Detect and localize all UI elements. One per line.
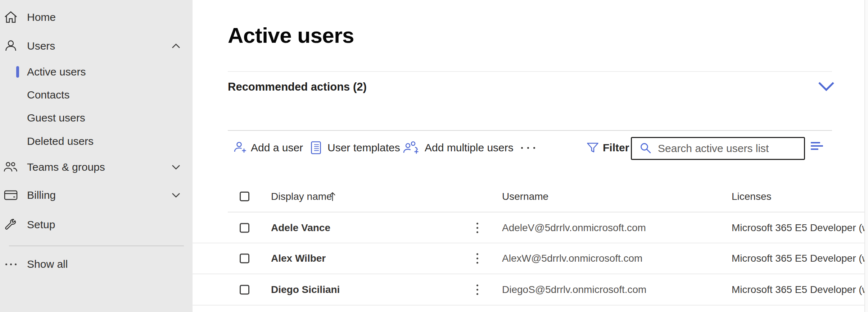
display-name[interactable]: Alex Wilber xyxy=(271,253,326,264)
people-team-icon xyxy=(4,160,18,174)
table-row[interactable]: Alex Wilber AlexW@5drrlv.onmicrosoft.com… xyxy=(193,243,868,274)
person-icon xyxy=(4,39,18,53)
add-multiple-users-button[interactable]: Add multiple users xyxy=(403,139,511,157)
licenses: Microsoft 365 E5 Developer (withou xyxy=(732,253,868,264)
column-header-licenses[interactable]: Licenses xyxy=(732,191,772,202)
home-icon xyxy=(4,10,18,24)
add-user-button[interactable]: Add a user xyxy=(234,139,313,157)
filter-funnel-icon xyxy=(587,142,599,153)
toolbar-overflow-button[interactable] xyxy=(521,139,535,157)
chevron-down-icon xyxy=(172,193,180,198)
sidebar-item-show-all[interactable]: Show all xyxy=(0,256,193,273)
licenses: Microsoft 365 E5 Developer (withou xyxy=(732,284,868,295)
column-header-username[interactable]: Username xyxy=(502,191,548,202)
main-content: Active users Recommended actions (2) Add… xyxy=(193,0,868,312)
template-list-icon xyxy=(310,141,322,155)
display-name[interactable]: Diego Siciliani xyxy=(271,284,340,295)
search-box xyxy=(631,137,805,160)
sidebar-item-deleted-users[interactable]: Deleted users xyxy=(0,133,193,150)
licenses: Microsoft 365 E5 Developer (withou xyxy=(732,222,868,234)
sidebar-item-label: Active users xyxy=(27,66,86,78)
chevron-down-icon xyxy=(172,165,180,170)
table-header-row: Display name Username Licenses xyxy=(193,182,868,212)
sidebar-item-label: Guest users xyxy=(27,112,85,124)
add-user-icon xyxy=(234,141,247,155)
add-user-label: Add a user xyxy=(251,142,303,154)
username: DiegoS@5drrlv.onmicrosoft.com xyxy=(502,284,646,295)
filter-lines-icon[interactable] xyxy=(811,142,824,151)
sidebar-divider xyxy=(9,246,184,246)
sidebar-item-label: Deleted users xyxy=(27,135,94,147)
page-title: Active users xyxy=(228,23,354,48)
username: AlexW@5drrlv.onmicrosoft.com xyxy=(502,253,642,264)
search-icon xyxy=(639,142,652,155)
recommended-actions-expand-chevron-icon[interactable] xyxy=(818,82,835,91)
filter-button[interactable]: Filter xyxy=(587,139,633,157)
chevron-up-icon xyxy=(172,43,180,49)
wrench-icon xyxy=(4,217,18,232)
sidebar-item-contacts[interactable]: Contacts xyxy=(0,86,193,104)
sidebar-item-setup[interactable]: Setup xyxy=(0,216,193,233)
more-actions-icon[interactable] xyxy=(476,222,478,233)
sidebar-item-users[interactable]: Users xyxy=(0,37,193,55)
divider xyxy=(228,130,832,131)
select-all-checkbox[interactable] xyxy=(240,192,249,201)
sidebar-item-guest-users[interactable]: Guest users xyxy=(0,109,193,127)
sidebar: Home Users Active users Contacts xyxy=(0,0,193,312)
sidebar-item-label: Home xyxy=(27,11,56,23)
user-templates-label: User templates xyxy=(327,142,400,154)
column-header-display-name[interactable]: Display name xyxy=(271,191,332,202)
ellipsis-icon xyxy=(4,257,18,271)
more-actions-icon[interactable] xyxy=(476,253,478,264)
row-checkbox[interactable] xyxy=(240,254,249,263)
search-input[interactable] xyxy=(657,142,800,155)
sort-ascending-icon xyxy=(329,191,336,202)
scrollbar-gutter[interactable] xyxy=(864,0,868,312)
sidebar-item-active-users[interactable]: Active users xyxy=(0,63,193,81)
recommended-actions-heading: Recommended actions (2) xyxy=(228,81,367,93)
sidebar-item-label: Billing xyxy=(27,189,56,201)
sidebar-item-billing[interactable]: Billing xyxy=(0,187,193,204)
sidebar-item-label: Teams & groups xyxy=(27,161,105,173)
sidebar-item-teams-groups[interactable]: Teams & groups xyxy=(0,159,193,176)
row-checkbox[interactable] xyxy=(240,285,249,294)
table-row[interactable]: Adele Vance AdeleV@5drrlv.onmicrosoft.co… xyxy=(193,213,868,243)
credit-card-icon xyxy=(4,188,18,202)
add-multiple-users-icon xyxy=(403,141,420,155)
sidebar-item-label: Contacts xyxy=(27,89,69,101)
table-row[interactable]: Diego Siciliani DiegoS@5drrlv.onmicrosof… xyxy=(193,274,868,306)
username: AdeleV@5drrlv.onmicrosoft.com xyxy=(502,222,646,234)
filter-label: Filter xyxy=(603,142,629,154)
sidebar-item-label: Show all xyxy=(27,258,68,270)
sidebar-item-home[interactable]: Home xyxy=(0,9,193,26)
sidebar-item-label: Setup xyxy=(27,219,55,231)
divider xyxy=(228,71,832,72)
user-templates-button[interactable]: User templates xyxy=(310,139,400,157)
more-actions-icon[interactable] xyxy=(476,284,478,295)
display-name[interactable]: Adele Vance xyxy=(271,222,330,234)
sidebar-item-label: Users xyxy=(27,40,55,52)
ellipsis-icon xyxy=(521,147,535,149)
add-multiple-users-label: Add multiple users xyxy=(425,142,514,154)
divider xyxy=(228,212,868,212)
row-checkbox[interactable] xyxy=(240,223,249,233)
